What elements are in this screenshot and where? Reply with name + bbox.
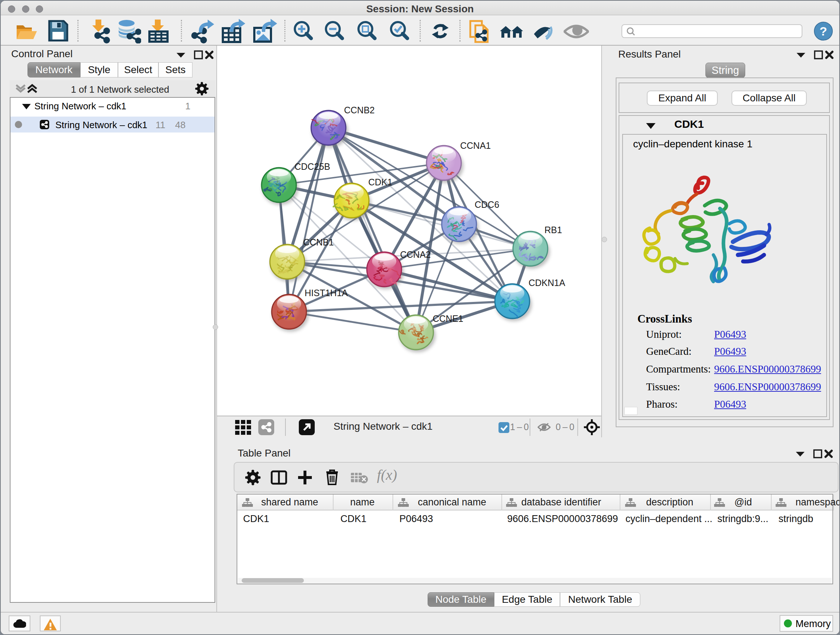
- svg-text:CDC6: CDC6: [475, 200, 499, 210]
- svg-text:CDKN1A: CDKN1A: [529, 278, 565, 288]
- svg-text:CDC25B: CDC25B: [294, 162, 330, 172]
- svg-text:HIST1H1A: HIST1H1A: [305, 288, 348, 298]
- svg-text:CCNE1: CCNE1: [433, 314, 463, 324]
- svg-text:CCNB2: CCNB2: [344, 105, 375, 115]
- svg-text:CCNA2: CCNA2: [400, 249, 431, 260]
- svg-text:CDK1: CDK1: [368, 177, 393, 187]
- svg-text:RB1: RB1: [545, 225, 562, 235]
- svg-text:CCNB1: CCNB1: [303, 237, 334, 247]
- svg-text:?: ?: [820, 24, 827, 38]
- svg-text:CCNA1: CCNA1: [460, 141, 491, 150]
